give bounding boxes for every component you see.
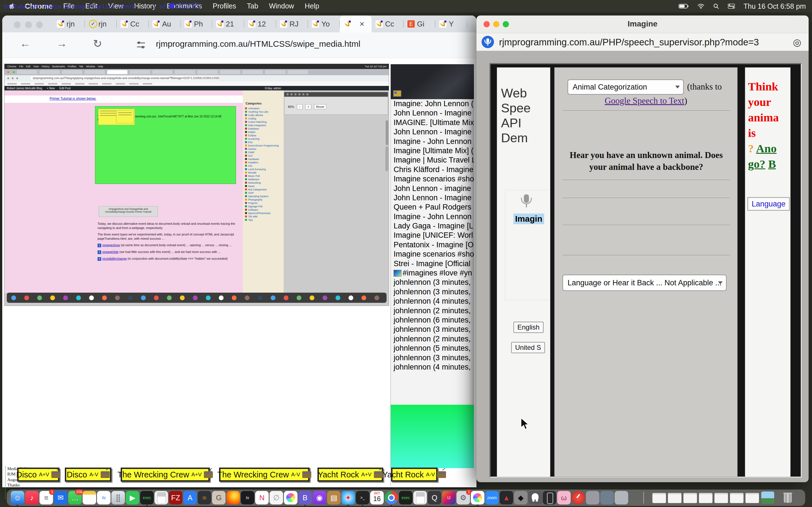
- embedded-category-item[interactable]: Tips: [245, 218, 253, 221]
- menu-item-profiles[interactable]: Profiles: [213, 2, 236, 11]
- microphone-icon[interactable]: [481, 36, 494, 48]
- page-scrollbar-thumb[interactable]: [386, 147, 388, 171]
- browser-tab[interactable]: 21: [212, 15, 244, 33]
- media-button-yacht-rock[interactable]: Yacht RockA+V: [317, 467, 383, 482]
- dock-icon-bbedit[interactable]: B: [298, 491, 312, 504]
- embedded-category-item[interactable]: Data Integration: [245, 124, 266, 127]
- video-list-item[interactable]: Strei - Imagine [Official: [391, 259, 474, 269]
- video-list-item[interactable]: Chris Kläfford - Imagine: [391, 165, 474, 174]
- embedded-category-item[interactable]: Projects: [245, 202, 257, 205]
- minimized-window-tile[interactable]: [746, 493, 759, 503]
- embedded-category-item[interactable]: GIMP: [245, 151, 255, 154]
- dock-icon-app-store[interactable]: A: [183, 491, 197, 504]
- browser-tab[interactable]: Cc: [117, 15, 149, 33]
- embedded-category-item[interactable]: Coding: [245, 117, 256, 120]
- minimized-window-tile[interactable]: [683, 493, 697, 503]
- video-list-item[interactable]: johnlennon (3 minutes,: [391, 287, 474, 297]
- minimized-window-tile[interactable]: [668, 493, 681, 503]
- dock-icon-dev-triangle[interactable]: ▲: [500, 491, 513, 504]
- menu-item-tab[interactable]: Tab: [247, 2, 258, 11]
- video-list-item[interactable]: IMAGINE. [Ultimate Mix: [391, 118, 474, 127]
- video-list-item[interactable]: johnlennon (3 minutes,: [391, 325, 474, 334]
- dock-icon-launchpad[interactable]: ⣿: [111, 491, 125, 504]
- embedded-category-item[interactable]: Eclipse: [245, 134, 256, 137]
- dock-icon-calendar[interactable]: OCT16: [370, 491, 384, 504]
- zoom-window-button[interactable]: [36, 21, 43, 28]
- search-icon[interactable]: [713, 3, 719, 9]
- video-list-item[interactable]: Imagine scenarios #sho: [391, 174, 474, 184]
- dock-icon-phone-mirroring[interactable]: [543, 491, 556, 504]
- dock-icon-reminders[interactable]: ≡3: [40, 491, 53, 504]
- control-center-icon[interactable]: [728, 3, 735, 9]
- video-list-item[interactable]: John Lennon - Imagine: [391, 108, 474, 118]
- address-text[interactable]: rjmprogramming.com.au/PHP/speech_supervi…: [499, 37, 759, 48]
- video-list-item[interactable]: johnlennon (4 minutes,: [391, 362, 474, 372]
- video-list-item[interactable]: John Lennon - Imagine: [391, 193, 474, 203]
- dock-icon-preview-doc[interactable]: [413, 491, 427, 504]
- mode-select[interactable]: Animal Categorization: [567, 79, 684, 95]
- embedded-category-item[interactable]: Hardware: [245, 158, 259, 161]
- embedded-category-item[interactable]: Spectro/Photometer: [245, 212, 271, 215]
- microphone-icon[interactable]: [520, 194, 532, 212]
- language-english-button[interactable]: English: [513, 322, 544, 333]
- reload-button[interactable]: ↻: [93, 38, 102, 50]
- video-list-item[interactable]: Imagine - John Lennon: [391, 212, 474, 221]
- dock-icon-blocked[interactable]: ∅: [269, 491, 283, 504]
- embedded-category-item[interactable]: eLearning: [245, 137, 259, 140]
- tab-close-icon[interactable]: ×: [359, 19, 364, 29]
- dock-icon-art-palette[interactable]: [471, 491, 485, 504]
- minimized-window-tile[interactable]: [730, 493, 744, 503]
- dock-icon-chrome[interactable]: [385, 491, 398, 504]
- video-list-item[interactable]: johnlennon (2 minutes,: [391, 334, 474, 344]
- embedded-category-item[interactable]: NetBeans: [245, 178, 259, 181]
- address-bar[interactable]: rjmprogramming.com.au/HTMLCSS/swipe_medi…: [156, 39, 360, 49]
- embedded-category-item[interactable]: Not Categorised: [245, 188, 266, 191]
- browser-tab[interactable]: Au: [149, 15, 181, 33]
- another-go-link[interactable]: go?: [748, 158, 765, 170]
- dock-icon-finder[interactable]: ☺: [11, 491, 24, 504]
- dock-icon-calculator[interactable]: =: [198, 491, 211, 504]
- embedded-category-item[interactable]: OOP: [245, 191, 254, 194]
- browser-tab[interactable]: Ph: [181, 15, 212, 33]
- trash-icon[interactable]: [781, 491, 795, 504]
- another-go-link[interactable]: B: [768, 158, 776, 170]
- embedded-category-item[interactable]: Anything You Like: [245, 110, 268, 113]
- video-list-item[interactable]: johnlennon (6 minutes,: [391, 316, 474, 325]
- dock-icon-system-settings[interactable]: ⚙1: [456, 491, 470, 504]
- embedded-category-item[interactable]: Animation: [245, 107, 259, 110]
- browser-tab[interactable]: rjn: [85, 15, 117, 33]
- minimized-photo-thumbnail[interactable]: [761, 492, 774, 504]
- embedded-category-item[interactable]: Signage Poll: [245, 205, 262, 208]
- dock-icon-photos[interactable]: [284, 491, 297, 504]
- media-button-yacht-rock[interactable]: Yacht RockA-V: [391, 467, 438, 482]
- browser-tab[interactable]: Cc: [371, 15, 403, 33]
- browser-tab[interactable]: RJ: [276, 15, 308, 33]
- embedded-category-item[interactable]: GUI: [245, 154, 253, 157]
- embedded-category-item[interactable]: Event-Driven Programming: [245, 144, 279, 147]
- dock-icon-textedit[interactable]: [154, 491, 168, 504]
- video-list-item[interactable]: johnlennon (3 minutes,: [391, 278, 474, 287]
- region-united-states-button[interactable]: United S: [511, 342, 545, 353]
- minimize-window-button[interactable]: [25, 21, 32, 28]
- browser-tab[interactable]: ×: [340, 15, 371, 33]
- video-list-item[interactable]: johnlennon (5 minutes,: [391, 344, 474, 353]
- dock-icon-zoom[interactable]: zoom: [485, 491, 499, 504]
- dock-icon-apple-tv[interactable]: tv: [241, 491, 254, 504]
- video-list-item[interactable]: johnlennon (3 minutes,: [391, 353, 474, 362]
- embedded-category-item[interactable]: Tiki Wiki: [245, 215, 257, 218]
- dock-icon-filezilla[interactable]: FZ: [169, 491, 183, 504]
- google-speech-link[interactable]: Google Speech to Text: [605, 96, 684, 106]
- dock-icon-podcasts[interactable]: ◉: [313, 491, 326, 504]
- video-list-item[interactable]: johnlennon (4 minutes,: [391, 297, 474, 306]
- dock-icon-messages[interactable]: …208: [68, 491, 82, 504]
- embedded-category-item[interactable]: Networking: [245, 181, 261, 184]
- video-list-item[interactable]: John Lennon - Imagine: [391, 127, 474, 136]
- video-list-item[interactable]: Imagine | Music Travel L: [391, 156, 474, 165]
- dock-icon-app-generic-2[interactable]: [600, 491, 614, 504]
- dock-icon-terminal-exec-2[interactable]: exec: [399, 491, 412, 504]
- embedded-category-item[interactable]: Software: [245, 208, 258, 211]
- dock-icon-notes[interactable]: [83, 491, 96, 504]
- embedded-category-item[interactable]: Colour Matching: [245, 120, 267, 123]
- video-list-item[interactable]: #imagines #love #yn: [391, 269, 474, 278]
- dock-icon-facetime[interactable]: ▶: [126, 491, 139, 504]
